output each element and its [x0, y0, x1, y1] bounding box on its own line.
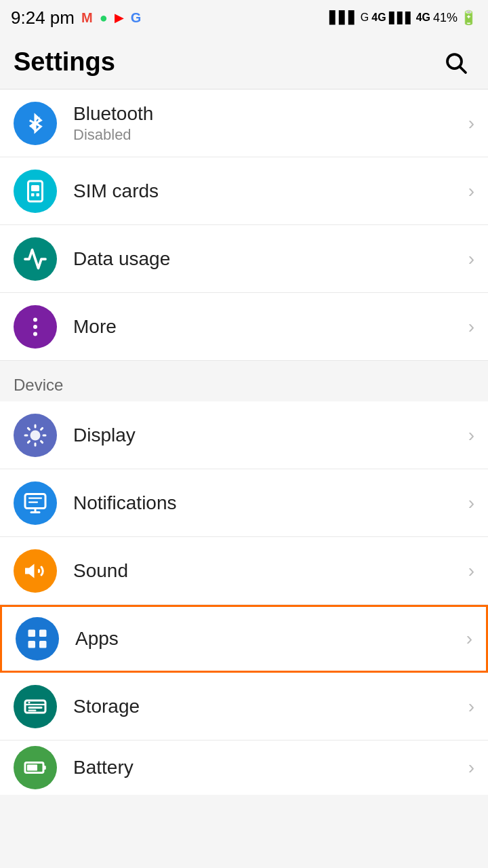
bluetooth-icon	[14, 102, 57, 145]
settings-item-storage[interactable]: Storage ›	[0, 673, 488, 741]
settings-item-notifications[interactable]: Notifications ›	[0, 469, 488, 537]
more-label: More	[73, 316, 462, 338]
svg-point-10	[30, 430, 41, 440]
settings-item-sim-cards[interactable]: SIM cards ›	[0, 157, 488, 225]
battery-label: Battery	[73, 757, 462, 778]
youtube-icon: ▶	[115, 10, 124, 25]
sound-icon	[14, 549, 57, 593]
settings-item-battery[interactable]: Battery ›	[0, 741, 488, 795]
bluetooth-content: Bluetooth Disabled	[73, 103, 462, 144]
svg-rect-31	[28, 707, 43, 709]
settings-item-display[interactable]: Display ›	[0, 401, 488, 469]
svg-point-8	[33, 325, 37, 329]
svg-rect-25	[39, 630, 47, 637]
signal-icon: ▋▋▋	[329, 10, 358, 25]
sim-cards-icon	[14, 170, 57, 213]
svg-line-16	[41, 441, 42, 442]
storage-label: Storage	[73, 696, 462, 717]
storage-content: Storage	[73, 696, 462, 717]
bluetooth-label: Bluetooth	[73, 103, 462, 125]
network-g-icon: G	[361, 12, 369, 24]
sim-cards-content: SIM cards	[73, 180, 462, 202]
network-4g-icon: 4G	[371, 12, 386, 24]
notifications-label: Notifications	[73, 492, 462, 514]
status-right-icons: ▋▋▋ G 4G ▋▋▋ 4G 41% 🔋	[329, 9, 477, 26]
apps-content: Apps	[75, 628, 460, 650]
svg-rect-3	[31, 185, 39, 191]
svg-rect-32	[28, 709, 37, 711]
sound-content: Sound	[73, 560, 462, 582]
svg-rect-4	[31, 193, 35, 197]
settings-item-more[interactable]: More ›	[0, 293, 488, 361]
apps-chevron: ›	[466, 628, 472, 650]
svg-line-17	[28, 441, 29, 442]
battery-content: Battery	[73, 757, 462, 778]
device-section-header: Device	[0, 361, 488, 401]
settings-item-apps[interactable]: Apps ›	[0, 605, 488, 673]
more-icon	[14, 305, 57, 349]
data-usage-label: Data usage	[73, 248, 462, 270]
search-button[interactable]	[436, 43, 474, 81]
settings-list: Bluetooth Disabled › SIM cards ›	[0, 90, 488, 795]
more-content: More	[73, 316, 462, 338]
data-usage-content: Data usage	[73, 248, 462, 270]
svg-rect-26	[28, 641, 36, 648]
sim-cards-chevron: ›	[468, 180, 474, 202]
svg-point-30	[28, 701, 30, 703]
apps-icon	[16, 617, 59, 660]
battery-chevron: ›	[468, 757, 474, 778]
more-chevron: ›	[468, 316, 474, 338]
svg-line-1	[460, 66, 466, 72]
display-chevron: ›	[468, 425, 474, 446]
apps-label: Apps	[75, 628, 460, 650]
bluetooth-sublabel: Disabled	[73, 126, 462, 144]
signal2-icon: ▋▋▋	[389, 12, 413, 24]
svg-line-18	[41, 428, 42, 429]
settings-item-sound[interactable]: Sound ›	[0, 537, 488, 605]
svg-rect-34	[43, 766, 46, 770]
svg-point-9	[33, 332, 37, 336]
display-content: Display	[73, 425, 462, 446]
page-title: Settings	[14, 47, 115, 77]
svg-rect-19	[25, 494, 45, 508]
network-4g2-icon: 4G	[416, 12, 430, 24]
display-label: Display	[73, 425, 462, 446]
google-icon: G	[131, 10, 142, 26]
display-icon	[14, 414, 57, 457]
sim-cards-label: SIM cards	[73, 180, 462, 202]
notifications-chevron: ›	[468, 492, 474, 514]
sound-chevron: ›	[468, 560, 474, 582]
svg-rect-35	[27, 765, 37, 771]
status-bar: 9:24 pm M ● ▶ G ▋▋▋ G 4G ▋▋▋ 4G 41% 🔋	[0, 0, 488, 35]
svg-point-7	[33, 317, 37, 321]
data-usage-chevron: ›	[468, 248, 474, 270]
svg-line-15	[28, 428, 29, 429]
status-time: 9:24 pm	[11, 7, 75, 28]
storage-chevron: ›	[468, 696, 474, 717]
app-header: Settings	[0, 35, 488, 90]
notifications-content: Notifications	[73, 492, 462, 514]
storage-icon	[14, 685, 57, 728]
svg-rect-5	[37, 193, 40, 197]
whatsapp-icon: ●	[100, 10, 108, 26]
battery-icon: 🔋	[460, 9, 477, 26]
data-usage-icon	[14, 237, 57, 281]
settings-item-bluetooth[interactable]: Bluetooth Disabled ›	[0, 90, 488, 157]
gmail-icon: M	[81, 10, 93, 26]
battery-icon-item	[14, 746, 57, 789]
sound-label: Sound	[73, 560, 462, 582]
battery-percent: 41%	[433, 11, 458, 25]
notifications-icon	[14, 481, 57, 525]
svg-rect-27	[39, 641, 47, 648]
settings-item-data-usage[interactable]: Data usage ›	[0, 225, 488, 293]
bluetooth-chevron: ›	[468, 113, 474, 134]
svg-rect-24	[28, 630, 36, 637]
